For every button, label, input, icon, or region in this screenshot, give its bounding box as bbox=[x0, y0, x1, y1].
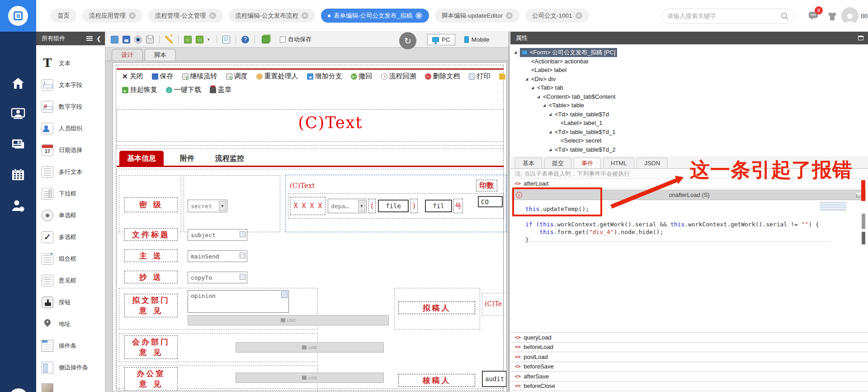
form-title[interactable]: (C)Text bbox=[113, 114, 507, 132]
copyto-input[interactable]: copyTo bbox=[188, 272, 247, 283]
event-beforeclose[interactable]: <>beforeClose bbox=[510, 381, 868, 391]
event-beforeload[interactable]: <>beforeLoad bbox=[510, 342, 868, 352]
chevron-down-icon[interactable]: ▼ bbox=[219, 201, 226, 211]
office-opinion-label[interactable]: 办公室 意 见 bbox=[124, 367, 178, 391]
event-postload[interactable]: <>postLoad bbox=[510, 352, 868, 362]
code-minimap[interactable] bbox=[820, 201, 847, 211]
action-suspend-resume[interactable]: 挂起恢复 bbox=[122, 86, 157, 94]
zoom-level-indicator[interactable]: 100% bbox=[9, 388, 28, 392]
hao-box[interactable]: 号 bbox=[453, 199, 463, 213]
auditor-label[interactable]: 核稿人 bbox=[398, 374, 475, 387]
tree-node-form[interactable]: ◢<Form> 公司公文发布_拟稿 [PC] bbox=[510, 48, 868, 57]
device-pc-button[interactable]: PC bbox=[427, 34, 455, 45]
component-item-sidebar[interactable]: 侧边操作条 bbox=[36, 357, 105, 378]
action-trace-back[interactable]: 流程回溯 bbox=[381, 72, 416, 81]
component-item-text[interactable]: T文本 bbox=[36, 53, 105, 74]
component-item-address[interactable]: 地址 bbox=[36, 313, 105, 335]
subject-label[interactable]: 文件标题 bbox=[124, 228, 178, 241]
form-tab-monitor[interactable]: 流程监控 bbox=[211, 151, 249, 167]
code-line-close[interactable]: } bbox=[525, 236, 529, 243]
action-recall[interactable]: ↩撤回 bbox=[351, 72, 373, 81]
field-mini-icon[interactable] bbox=[240, 231, 245, 237]
collapse-icon[interactable]: ❮ bbox=[96, 35, 101, 42]
device-mobile-button[interactable]: Mobile bbox=[460, 34, 494, 45]
action-download-all[interactable]: 一键下载 bbox=[166, 86, 201, 94]
tree-expand-icon[interactable]: ◢ bbox=[549, 130, 553, 134]
tree-expand-icon[interactable]: ◢ bbox=[531, 86, 536, 90]
form-canvas[interactable]: ✕关闭 保存 继续流转 调度 重置处理人 增加分支 ↩撤回 流程回溯 −删除文档… bbox=[113, 62, 507, 392]
list-view-icon[interactable] bbox=[222, 36, 230, 43]
subtab-basic[interactable]: 基本 bbox=[515, 158, 542, 168]
tree-node-label[interactable]: <Label> label bbox=[510, 66, 868, 75]
cte-box[interactable]: (C)Te bbox=[485, 300, 502, 307]
tab-script[interactable]: 脚本 bbox=[145, 49, 176, 61]
tree-node-td[interactable]: ◢<Td> table_table$Td bbox=[510, 110, 868, 119]
action-save[interactable]: 保存 bbox=[152, 72, 174, 81]
avatar[interactable] bbox=[841, 7, 859, 24]
mainsend-input[interactable]: mainSend bbox=[188, 250, 247, 262]
depa-select[interactable]: depa…▼ bbox=[328, 199, 367, 213]
tree-node-table[interactable]: ◢<Table> table bbox=[510, 101, 868, 110]
header-block-selected[interactable]: (C)Text X X X X depa…▼ ( file ) fil 号 印数… bbox=[285, 175, 506, 232]
audit-box[interactable]: audit bbox=[482, 371, 507, 387]
secret-label[interactable]: 密 级 bbox=[124, 197, 178, 212]
close-icon[interactable]: ✕ bbox=[415, 12, 422, 19]
component-item-numberfield[interactable]: 数字字段 bbox=[36, 96, 105, 118]
code-editor[interactable]: this.updateTemp(); if (this.workContext.… bbox=[512, 200, 866, 327]
header-small-text[interactable]: (C)Text bbox=[290, 182, 315, 190]
new-form-icon[interactable] bbox=[111, 36, 118, 43]
form-tab-attachments[interactable]: 附件 bbox=[175, 151, 199, 167]
tab-script-edit[interactable]: 脚本编辑-updateEditor✕ bbox=[435, 9, 519, 23]
fil-box[interactable]: fil bbox=[425, 200, 452, 212]
tree-expand-icon[interactable]: ◢ bbox=[543, 103, 547, 107]
log-bar-2[interactable]: LOG bbox=[236, 342, 384, 353]
copyto-label[interactable]: 抄 送 bbox=[124, 271, 178, 283]
subtab-html[interactable]: HTML bbox=[603, 158, 634, 168]
opinion-textarea[interactable]: opinion bbox=[188, 290, 289, 313]
export-icon[interactable] bbox=[196, 36, 203, 43]
event-queryload[interactable]: <>queryLoad bbox=[510, 332, 868, 342]
action-reset-handler[interactable]: 重置处理人 bbox=[256, 72, 298, 81]
dept-opinion-label[interactable]: 拟文部门 意 见 bbox=[124, 294, 178, 317]
autosave-checkbox[interactable] bbox=[280, 37, 286, 43]
component-item-textfield[interactable]: 文本字段 bbox=[36, 74, 105, 96]
file-box[interactable]: file bbox=[378, 200, 409, 212]
drafter-label[interactable]: 拟稿人 bbox=[398, 301, 475, 314]
action-add-branch[interactable]: 增加分支 bbox=[307, 72, 342, 81]
code-line-hide[interactable]: this.form.get("div_4").node.hide(); bbox=[525, 229, 663, 235]
chevron-down-icon[interactable]: ▼ bbox=[358, 200, 365, 212]
component-item-actionbar[interactable]: 操作条 bbox=[36, 335, 105, 357]
subtab-json[interactable]: JSON bbox=[637, 158, 668, 168]
action-urge[interactable]: 催促 bbox=[499, 72, 507, 81]
component-item-opinion[interactable]: 意见框 bbox=[36, 270, 105, 292]
nav-news-icon[interactable] bbox=[10, 136, 26, 153]
tree-node-td1[interactable]: ◢<Td> table_table$Td_1 bbox=[510, 128, 868, 137]
component-item-radio[interactable]: 单选框 bbox=[36, 205, 105, 226]
action-stamp[interactable]: 盖章 bbox=[210, 86, 231, 94]
close-icon[interactable]: ✕ bbox=[506, 12, 513, 19]
component-item-multiline[interactable]: 多行文本 bbox=[36, 161, 105, 183]
search-icon[interactable] bbox=[781, 12, 789, 20]
action-close[interactable]: ✕关闭 bbox=[122, 72, 143, 81]
log-bar-3[interactable]: LOG bbox=[236, 373, 384, 383]
paren-open[interactable]: ( bbox=[368, 199, 376, 213]
component-item-partial[interactable] bbox=[36, 378, 105, 392]
scrollbar-thumb[interactable] bbox=[862, 232, 865, 244]
opinion-corner-icon[interactable] bbox=[281, 292, 288, 298]
action-continue-flow[interactable]: 继续流转 bbox=[182, 72, 217, 81]
tree-node-td2[interactable]: ◢<Td> table_table$Td_2 bbox=[510, 145, 868, 154]
menu-icon[interactable] bbox=[86, 36, 93, 41]
tree-node-content[interactable]: ◢<Content> tab_tab$Content bbox=[510, 92, 868, 101]
tree-expand-icon[interactable]: ◢ bbox=[514, 50, 519, 54]
mainsend-label[interactable]: 主 送 bbox=[124, 249, 178, 262]
subtab-events[interactable]: 事件 bbox=[574, 158, 601, 168]
restore-window-icon[interactable] bbox=[858, 36, 863, 40]
scrollbar-thumb[interactable] bbox=[862, 214, 865, 229]
close-icon[interactable]: ✕ bbox=[576, 12, 582, 19]
subject-input[interactable]: subject bbox=[188, 229, 247, 241]
component-item-button[interactable]: 按钮 bbox=[36, 292, 105, 313]
component-item-org[interactable]: 人员组织 bbox=[36, 118, 105, 139]
export-caret-icon[interactable]: ▾ bbox=[208, 36, 211, 43]
tree-node-div[interactable]: ◢<Div> div bbox=[510, 75, 868, 84]
action-delete-doc[interactable]: −删除文档 bbox=[425, 72, 460, 81]
